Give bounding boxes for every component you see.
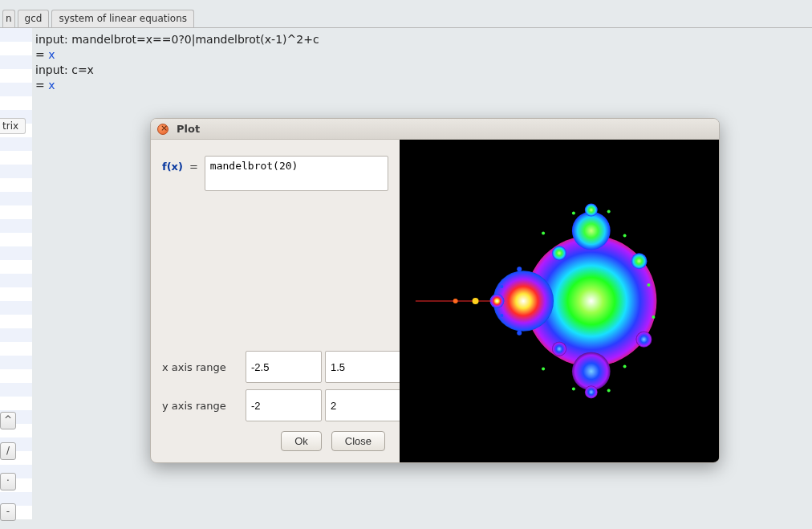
svg-point-19 [647,283,650,287]
svg-point-14 [473,298,479,304]
svg-point-9 [552,342,566,356]
dialog-titlebar[interactable]: Plot [151,119,719,140]
svg-point-7 [489,294,504,308]
function-input[interactable] [205,156,388,191]
y-range-label: y axis range [162,400,242,412]
plot-controls-pane: f(x) = x axis range y axis range Ok Clos… [151,140,400,462]
result-value: x [48,48,55,61]
svg-point-26 [517,331,522,336]
tab-truncated[interactable]: n [2,10,15,27]
svg-point-4 [572,352,611,391]
y-max-input[interactable] [325,389,401,421]
plot-canvas [400,140,719,462]
svg-point-17 [572,212,575,215]
equals-label: = [189,156,198,173]
sidebar-tab-matrix[interactable]: trix [0,118,26,134]
svg-point-25 [517,267,522,271]
svg-point-11 [585,385,598,398]
minus-button[interactable]: - [0,503,16,521]
svg-point-27 [500,285,503,288]
fx-label: f(x) [162,156,183,173]
x-max-input[interactable] [325,351,401,383]
svg-point-6 [636,332,652,348]
svg-point-20 [652,315,655,319]
console-line: input: c=x [35,63,806,78]
svg-point-24 [542,368,545,371]
x-min-input[interactable] [246,351,322,383]
svg-point-13 [453,299,458,303]
svg-point-21 [623,365,627,368]
console-line: = x [35,78,806,93]
svg-point-18 [623,234,627,237]
svg-point-5 [631,253,648,269]
console-line: = x [35,47,806,63]
svg-point-15 [542,231,545,234]
svg-point-23 [607,389,611,392]
tab-separator [0,27,812,28]
x-range-label: x axis range [162,361,242,373]
caret-button[interactable]: ^ [0,412,16,429]
mandelbrot-plot [400,140,719,462]
close-button[interactable]: Close [331,431,385,451]
tab-bar: n gcd system of linear equations [0,10,194,27]
svg-point-8 [552,246,566,260]
svg-point-10 [585,204,598,217]
tab-system-linear[interactable]: system of linear equations [51,10,194,27]
svg-point-22 [572,387,575,390]
dot-button[interactable]: · [0,473,16,490]
y-min-input[interactable] [246,389,322,421]
slash-button[interactable]: / [0,442,16,460]
ok-button[interactable]: Ok [281,431,322,451]
result-value: x [48,79,55,92]
svg-point-16 [607,210,611,214]
close-icon[interactable] [157,124,168,135]
dialog-title: Plot [177,123,200,135]
plot-dialog: Plot f(x) = x axis range y axis range Ok… [150,118,720,463]
console-line: input: mandelbrot=x==0?0|mandelbrot(x-1)… [35,32,806,47]
svg-point-28 [500,314,503,317]
tab-gcd[interactable]: gcd [18,10,50,27]
svg-point-3 [572,212,611,250]
operator-button-stack: ^ / · - [0,412,16,521]
